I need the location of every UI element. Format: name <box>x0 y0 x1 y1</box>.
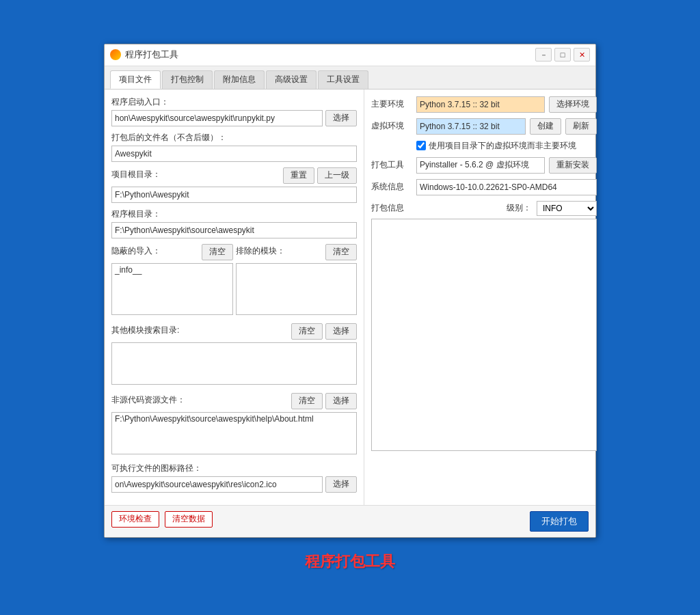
icon-input-group: 选择 <box>111 476 357 493</box>
output-field-row: 打包后的文件名（不含后缀）： <box>111 132 357 162</box>
title-bar: 程序打包工具 － □ ✕ <box>105 44 595 66</box>
project-root-label: 项目根目录： <box>111 169 161 180</box>
exclude-module-clear-button[interactable]: 清空 <box>325 244 357 260</box>
icon-select-button[interactable]: 选择 <box>325 476 357 493</box>
tab-project-files[interactable]: 项目文件 <box>110 70 161 89</box>
project-root-row: 项目根目录： 重置 上一级 <box>111 167 357 203</box>
exclude-module-textarea[interactable] <box>236 263 358 315</box>
main-env-label: 主要环境 <box>371 98 412 110</box>
other-module-clear-button[interactable]: 清空 <box>291 323 323 340</box>
pack-tool-row: 打包工具 重新安装 <box>371 157 597 174</box>
clear-data-button[interactable]: 清空数据 <box>165 511 213 528</box>
venv-checkbox[interactable] <box>416 141 426 150</box>
entry-input[interactable] <box>111 110 323 126</box>
venv-label: 虚拟环境 <box>371 120 412 132</box>
build-info-header: 打包信息 级别： INFO DEBUG WARNING ERROR <box>371 201 597 216</box>
project-root-btns: 重置 上一级 <box>283 167 357 184</box>
non-source-header: 非源代码资源文件： 清空 选择 <box>111 393 357 409</box>
main-env-row: 主要环境 选择环境 <box>371 96 597 113</box>
sys-info-row: 系统信息 <box>371 179 597 195</box>
hidden-exclude-row: 隐蔽的导入： 清空 _info__ 排除的模块： 清空 <box>111 244 357 318</box>
footer-left-buttons: 环境检查 清空数据 <box>111 511 213 532</box>
other-module-row: 其他模块搜索目录: 清空 选择 <box>111 323 357 387</box>
sys-info-input <box>416 179 597 195</box>
bottom-title: 程序打包工具 <box>305 551 395 572</box>
level-select[interactable]: INFO DEBUG WARNING ERROR <box>537 201 597 216</box>
pack-tool-label: 打包工具 <box>371 159 412 171</box>
venv-input[interactable] <box>416 118 526 135</box>
window-title: 程序打包工具 <box>125 49 535 61</box>
main-env-select-button[interactable]: 选择环境 <box>549 96 597 113</box>
icon-row: 可执行文件的图标路径： 选择 <box>111 463 357 493</box>
env-check-button[interactable]: 环境检查 <box>111 511 159 528</box>
program-root-row: 程序根目录： <box>111 208 357 238</box>
pack-tool-reinstall-button[interactable]: 重新安装 <box>549 157 597 174</box>
window-controls: － □ ✕ <box>535 48 590 62</box>
non-source-btns: 清空 选择 <box>291 393 357 409</box>
output-input[interactable] <box>111 146 357 162</box>
close-button[interactable]: ✕ <box>574 48 590 62</box>
exclude-module-col: 排除的模块： 清空 <box>236 244 358 318</box>
other-module-btns: 清空 选择 <box>291 323 357 340</box>
non-source-select-button[interactable]: 选择 <box>325 393 357 409</box>
main-env-input[interactable] <box>416 96 545 113</box>
other-module-header: 其他模块搜索目录: 清空 选择 <box>111 323 357 340</box>
other-module-textarea[interactable] <box>111 342 357 385</box>
hidden-import-header: 隐蔽的导入： 清空 <box>111 244 233 260</box>
minimize-button[interactable]: － <box>535 48 552 62</box>
icon-input[interactable] <box>111 476 323 493</box>
tab-advanced-settings[interactable]: 高级设置 <box>266 70 317 89</box>
right-panel: 主要环境 选择环境 虚拟环境 创建 刷新 使用项目目录下的虚拟环境而非主要环境 … <box>364 90 604 505</box>
venv-checkbox-row: 使用项目目录下的虚拟环境而非主要环境 <box>416 140 597 152</box>
exclude-module-label: 排除的模块： <box>236 245 285 257</box>
left-panel: 程序启动入口： 选择 打包后的文件名（不含后缀）： 项目根目录： 重置 上一级 <box>105 90 364 505</box>
hidden-import-label: 隐蔽的导入： <box>111 245 161 257</box>
build-info-label: 打包信息 <box>371 202 404 214</box>
tab-extra-info[interactable]: 附加信息 <box>214 70 265 89</box>
other-module-label: 其他模块搜索目录: <box>111 325 179 336</box>
hidden-import-col: 隐蔽的导入： 清空 _info__ <box>111 244 233 318</box>
main-content: 程序启动入口： 选择 打包后的文件名（不含后缀）： 项目根目录： 重置 上一级 <box>105 90 595 505</box>
non-source-clear-button[interactable]: 清空 <box>291 393 323 409</box>
start-pack-button[interactable]: 开始打包 <box>530 511 589 532</box>
project-root-input[interactable] <box>111 187 357 203</box>
entry-input-group: 选择 <box>111 110 357 126</box>
venv-refresh-button[interactable]: 刷新 <box>565 118 597 135</box>
icon-label: 可执行文件的图标路径： <box>111 463 357 474</box>
non-source-textarea[interactable]: F:\Python\Awespykit\source\awespykit\hel… <box>111 412 357 454</box>
level-label: 级别： <box>507 202 531 214</box>
tab-pack-control[interactable]: 打包控制 <box>162 70 213 89</box>
maximize-button[interactable]: □ <box>554 48 571 62</box>
project-root-up-button[interactable]: 上一级 <box>317 167 357 184</box>
entry-label: 程序启动入口： <box>111 96 357 108</box>
footer-buttons: 环境检查 清空数据 开始打包 <box>105 505 595 537</box>
exclude-module-header: 排除的模块： 清空 <box>236 244 358 260</box>
project-root-header: 项目根目录： 重置 上一级 <box>111 167 357 184</box>
build-info-textarea[interactable] <box>371 219 597 451</box>
venv-row: 虚拟环境 创建 刷新 <box>371 118 597 135</box>
other-module-select-button[interactable]: 选择 <box>325 323 357 340</box>
tab-tool-settings[interactable]: 工具设置 <box>318 70 368 89</box>
project-root-reset-button[interactable]: 重置 <box>283 167 314 184</box>
venv-create-button[interactable]: 创建 <box>530 118 561 135</box>
non-source-label: 非源代码资源文件： <box>111 394 185 406</box>
tab-bar: 项目文件 打包控制 附加信息 高级设置 工具设置 <box>105 66 595 90</box>
venv-checkbox-label: 使用项目目录下的虚拟环境而非主要环境 <box>429 140 576 152</box>
pack-tool-input[interactable] <box>416 157 545 174</box>
hidden-import-textarea[interactable]: _info__ <box>111 263 233 315</box>
program-root-input[interactable] <box>111 222 357 238</box>
program-root-label: 程序根目录： <box>111 208 357 220</box>
output-label: 打包后的文件名（不含后缀）： <box>111 132 357 144</box>
non-source-row: 非源代码资源文件： 清空 选择 F:\Python\Awespykit\sour… <box>111 393 357 457</box>
entry-select-button[interactable]: 选择 <box>325 110 357 126</box>
main-window: 程序打包工具 － □ ✕ 项目文件 打包控制 附加信息 高级设置 工具设置 程序… <box>104 44 596 538</box>
app-icon <box>110 49 121 60</box>
sys-info-label: 系统信息 <box>371 181 412 193</box>
hidden-import-clear-button[interactable]: 清空 <box>202 244 233 260</box>
entry-field-row: 程序启动入口： 选择 <box>111 96 357 126</box>
